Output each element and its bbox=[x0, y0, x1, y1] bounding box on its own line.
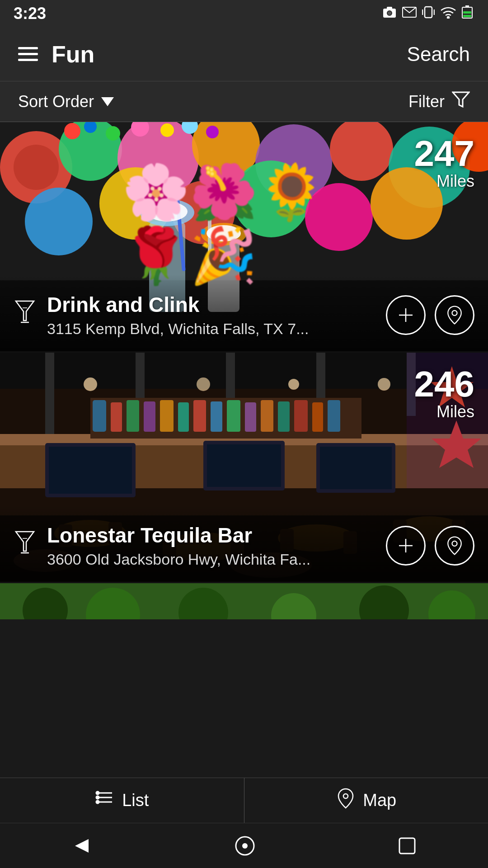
svg-rect-72 bbox=[193, 400, 206, 432]
svg-point-126 bbox=[242, 843, 248, 849]
list-label: List bbox=[122, 791, 149, 810]
svg-rect-77 bbox=[278, 401, 290, 432]
svg-point-45 bbox=[206, 225, 241, 241]
add-button-2[interactable] bbox=[386, 526, 426, 566]
svg-point-25 bbox=[99, 167, 172, 240]
venue-card-1[interactable]: 247 Miles Drink and Clink 3115 Kemp Blvd… bbox=[0, 122, 488, 353]
svg-rect-5 bbox=[425, 7, 432, 18]
svg-point-28 bbox=[305, 183, 373, 251]
card-actions-1 bbox=[386, 295, 474, 335]
svg-rect-69 bbox=[144, 401, 155, 432]
list-icon bbox=[95, 789, 115, 812]
svg-point-18 bbox=[117, 122, 199, 199]
battery-icon bbox=[462, 5, 474, 23]
sort-triangle-icon bbox=[101, 97, 114, 106]
home-button[interactable] bbox=[234, 835, 256, 857]
svg-point-109 bbox=[452, 541, 457, 546]
venue-info-2: Lonestar Tequila Bar 3600 Old Jacksboro … bbox=[47, 523, 377, 568]
mail-icon bbox=[402, 6, 417, 21]
svg-point-32 bbox=[106, 126, 120, 141]
svg-point-34 bbox=[160, 123, 174, 137]
svg-marker-46 bbox=[16, 301, 34, 321]
svg-marker-124 bbox=[75, 839, 89, 853]
sort-order-button[interactable]: Sort Order bbox=[18, 92, 114, 111]
svg-point-19 bbox=[192, 122, 260, 179]
svg-rect-66 bbox=[93, 400, 106, 432]
miles-badge-2: 246 Miles bbox=[414, 366, 474, 421]
filter-button[interactable]: Filter bbox=[408, 91, 470, 112]
miles-number-2: 246 bbox=[414, 366, 474, 402]
svg-rect-3 bbox=[387, 7, 392, 9]
svg-marker-13 bbox=[453, 92, 469, 107]
svg-point-24 bbox=[25, 188, 93, 255]
svg-rect-82 bbox=[49, 447, 132, 494]
content-area: 247 Miles Drink and Clink 3115 Kemp Blvd… bbox=[0, 122, 488, 619]
svg-rect-80 bbox=[328, 400, 340, 432]
card-bottom-2: Lonestar Tequila Bar 3600 Old Jacksboro … bbox=[0, 505, 488, 582]
svg-marker-104 bbox=[16, 532, 34, 551]
svg-rect-73 bbox=[211, 401, 222, 432]
svg-rect-12 bbox=[463, 11, 471, 14]
hamburger-menu[interactable] bbox=[18, 47, 38, 61]
map-tab[interactable]: Map bbox=[244, 778, 488, 823]
list-tab[interactable]: List bbox=[0, 778, 244, 823]
bottom-navigation: List Map bbox=[0, 778, 488, 823]
vibrate-icon bbox=[422, 5, 435, 23]
svg-point-123 bbox=[343, 794, 348, 798]
svg-rect-43 bbox=[208, 203, 211, 276]
photo-icon bbox=[382, 6, 397, 22]
svg-point-121 bbox=[96, 796, 99, 799]
status-time: 3:23 bbox=[14, 4, 46, 23]
recent-button[interactable] bbox=[397, 835, 418, 856]
svg-point-27 bbox=[233, 160, 310, 237]
map-label: Map bbox=[363, 791, 396, 810]
venue-name-1: Drink and Clink bbox=[47, 292, 377, 317]
svg-point-2 bbox=[388, 11, 391, 15]
svg-rect-86 bbox=[320, 447, 392, 489]
svg-point-60 bbox=[197, 377, 210, 391]
svg-rect-71 bbox=[178, 402, 189, 432]
miles-badge-1: 247 Miles bbox=[414, 136, 474, 191]
venue-address-2: 3600 Old Jacksboro Hwy, Wichita Fa... bbox=[47, 551, 377, 568]
svg-point-39 bbox=[140, 199, 194, 226]
status-icons bbox=[382, 5, 474, 23]
venue-card-2[interactable]: 246 Miles Lonestar Tequila Bar 3600 Old … bbox=[0, 353, 488, 583]
svg-rect-75 bbox=[245, 402, 256, 432]
wifi-icon bbox=[440, 6, 456, 22]
hamburger-line-3 bbox=[18, 59, 38, 61]
back-button[interactable] bbox=[70, 835, 93, 857]
svg-point-26 bbox=[172, 181, 235, 244]
miles-text-1: Miles bbox=[414, 172, 474, 191]
page-title: Fun bbox=[52, 41, 94, 68]
location-button-2[interactable] bbox=[435, 526, 474, 566]
card-actions-2 bbox=[386, 526, 474, 566]
filter-bar: Sort Order Filter bbox=[0, 81, 488, 122]
svg-rect-67 bbox=[111, 402, 122, 432]
top-navigation: Fun Search bbox=[0, 27, 488, 81]
venue-cocktail-icon-2 bbox=[14, 529, 36, 562]
svg-rect-54 bbox=[45, 353, 54, 443]
venue-info-1: Drink and Clink 3115 Kemp Blvd, Wichita … bbox=[47, 292, 377, 338]
miles-text-2: Miles bbox=[414, 402, 474, 421]
svg-rect-84 bbox=[207, 444, 281, 487]
hamburger-line-2 bbox=[18, 53, 38, 55]
svg-point-16 bbox=[14, 145, 59, 190]
location-button-1[interactable] bbox=[435, 295, 474, 335]
search-button[interactable]: Search bbox=[407, 43, 470, 66]
venue-address-1: 3115 Kemp Blvd, Wichita Falls, TX 7... bbox=[47, 320, 377, 338]
system-bar bbox=[0, 823, 488, 868]
svg-rect-127 bbox=[399, 838, 415, 854]
svg-rect-11 bbox=[463, 15, 471, 17]
venue-cocktail-icon-1 bbox=[14, 299, 36, 331]
svg-rect-68 bbox=[127, 400, 139, 432]
svg-point-36 bbox=[206, 126, 219, 138]
map-icon bbox=[336, 787, 356, 814]
venue-card-partial[interactable] bbox=[0, 583, 488, 619]
svg-rect-74 bbox=[227, 400, 240, 432]
svg-point-122 bbox=[96, 801, 99, 803]
filter-label: Filter bbox=[408, 92, 445, 111]
status-bar: 3:23 bbox=[0, 0, 488, 27]
svg-point-30 bbox=[64, 123, 80, 139]
add-button-1[interactable] bbox=[386, 295, 426, 335]
sort-order-label: Sort Order bbox=[18, 92, 94, 111]
